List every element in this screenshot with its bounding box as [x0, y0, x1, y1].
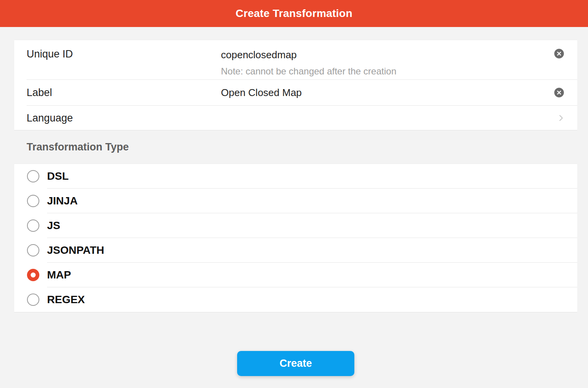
create-button[interactable]: Create	[237, 351, 354, 376]
field-row-label[interactable]: Label Open Closed Map	[14, 80, 577, 106]
unique-id-label: Unique ID	[27, 48, 221, 60]
field-row-language[interactable]: Language	[14, 106, 577, 130]
option-label-js: JS	[47, 219, 60, 232]
transformation-type-list: DSL JINJA JS JSONPATH MAP REGEX	[14, 164, 577, 312]
unique-id-note: Note: cannot be changed after the creati…	[221, 66, 396, 77]
language-label: Language	[27, 112, 221, 124]
create-transformation-screen: Create Transformation Unique ID copenclo…	[0, 0, 588, 388]
page-title: Create Transformation	[236, 7, 352, 20]
radio-button-js[interactable]	[27, 219, 39, 232]
unique-id-clear-button[interactable]	[553, 48, 565, 59]
radio-button-jsonpath[interactable]	[27, 244, 39, 256]
radio-button-map[interactable]	[27, 269, 39, 281]
transformation-type-section: Transformation Type	[14, 130, 577, 164]
option-row-regex[interactable]: REGEX	[14, 287, 577, 312]
chevron-right-icon	[556, 113, 566, 123]
option-row-map[interactable]: MAP	[14, 263, 577, 287]
unique-id-input[interactable]: copenclosedmap Note: cannot be changed a…	[221, 40, 396, 77]
option-row-jinja[interactable]: JINJA	[14, 189, 577, 213]
app-header: Create Transformation	[0, 0, 588, 27]
close-circle-icon	[553, 94, 565, 100]
label-clear-button[interactable]	[553, 87, 565, 98]
close-circle-icon	[553, 55, 565, 61]
form-card: Unique ID copenclosedmap Note: cannot be…	[14, 40, 577, 130]
option-label-jinja: JINJA	[47, 195, 78, 207]
unique-id-value: copenclosedmap	[221, 49, 396, 61]
label-value: Open Closed Map	[221, 87, 302, 99]
option-row-js[interactable]: JS	[14, 213, 577, 238]
option-label-regex: REGEX	[47, 294, 85, 306]
option-row-dsl[interactable]: DSL	[14, 164, 577, 189]
field-row-unique-id[interactable]: Unique ID copenclosedmap Note: cannot be…	[14, 40, 577, 80]
option-label-dsl: DSL	[47, 170, 69, 182]
label-input[interactable]: Open Closed Map	[221, 87, 302, 99]
transformation-type-heading: Transformation Type	[27, 141, 129, 153]
option-row-jsonpath[interactable]: JSONPATH	[14, 238, 577, 263]
radio-button-dsl[interactable]	[27, 170, 39, 182]
option-label-jsonpath: JSONPATH	[47, 244, 104, 256]
label-field-label: Label	[27, 87, 221, 99]
radio-button-jinja[interactable]	[27, 195, 39, 207]
radio-button-regex[interactable]	[27, 294, 39, 306]
option-label-map: MAP	[47, 269, 71, 281]
